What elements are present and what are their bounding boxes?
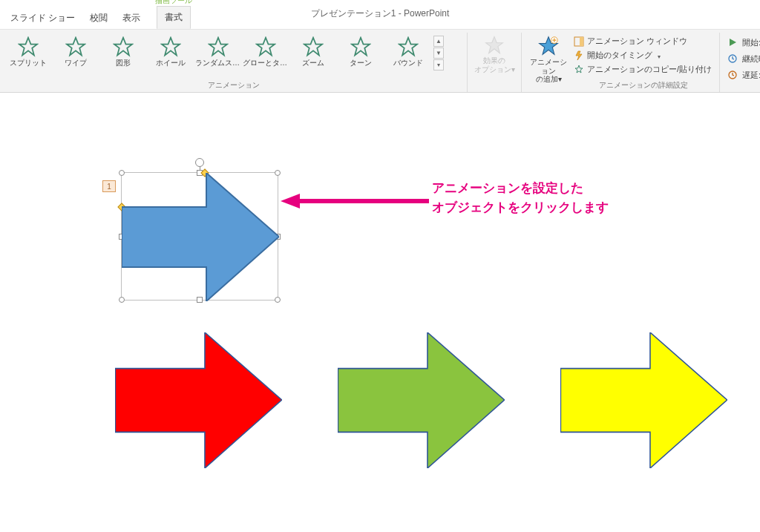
star-icon xyxy=(208,36,229,57)
svg-marker-1 xyxy=(67,38,85,56)
shape-yellow-arrow[interactable] xyxy=(560,332,727,468)
svg-marker-24 xyxy=(560,332,727,468)
add-animation-label2: の追加 xyxy=(536,75,558,83)
star-icon xyxy=(18,36,39,57)
annotation-text-l1: アニメーションを設定した xyxy=(432,181,583,195)
star-icon xyxy=(255,36,276,57)
svg-marker-2 xyxy=(114,38,133,56)
star-icon xyxy=(303,36,324,57)
contextual-tab-group: 描画ツール 書式 xyxy=(148,0,200,29)
star-icon xyxy=(65,36,86,57)
paintbrush-star-icon xyxy=(574,65,584,75)
tab-review[interactable]: 校閲 xyxy=(82,7,115,29)
ribbon: スプリット ワイプ 図形 ホイール ランダムスト… グローとターン xyxy=(0,30,760,93)
trigger-label: 開始のタイミング xyxy=(587,50,652,61)
anim-effect-wheel[interactable]: ホイール xyxy=(147,34,194,69)
animation-painter-label: アニメーションのコピー/貼り付け xyxy=(587,64,712,75)
effect-options-label1: 効果の xyxy=(483,56,505,65)
svg-marker-4 xyxy=(209,38,228,56)
svg-marker-21 xyxy=(281,194,300,208)
svg-marker-8 xyxy=(399,38,418,56)
play-icon xyxy=(727,37,738,47)
add-animation-button[interactable]: アニメーションの追加▾ xyxy=(526,33,571,91)
annotation-text-l2: オブジェクトをクリックします xyxy=(432,200,609,214)
star-icon xyxy=(398,36,419,57)
ribbon-group-label: タイミング xyxy=(724,82,760,93)
svg-marker-5 xyxy=(257,38,275,56)
animation-pane-label: アニメーション ウィンドウ xyxy=(587,36,687,47)
anim-effect-turn[interactable]: ターン xyxy=(337,34,384,69)
anim-effect-wipe[interactable]: ワイプ xyxy=(52,34,99,69)
timing-start-label: 開始: xyxy=(742,37,760,48)
svg-marker-14 xyxy=(576,51,582,60)
anim-effect-label: ホイール xyxy=(156,59,186,67)
star-icon xyxy=(160,36,181,57)
svg-marker-23 xyxy=(338,332,504,468)
annotation-text: アニメーションを設定した オブジェクトをクリックします xyxy=(432,179,609,218)
window-title: プレゼンテーション1 - PowerPoint xyxy=(311,7,450,20)
svg-marker-16 xyxy=(730,39,736,46)
anim-effect-zoom[interactable]: ズーム xyxy=(289,34,337,69)
clock-icon xyxy=(727,53,738,64)
anim-effect-label: ズーム xyxy=(302,59,324,67)
effect-options-label2: オプション xyxy=(474,65,511,73)
anim-effect-label: ワイプ xyxy=(65,59,87,67)
timing-delay-label: 遅延: xyxy=(742,70,760,81)
anim-effect-label: グローとターン xyxy=(243,59,289,67)
shape-selection[interactable] xyxy=(121,172,278,301)
svg-marker-0 xyxy=(19,38,38,56)
contextual-tab-group-label: 描画ツール xyxy=(148,0,200,6)
shape-blue-arrow[interactable] xyxy=(122,173,279,301)
animation-order-tag[interactable]: 1 xyxy=(102,180,116,192)
anim-effect-randomstripes[interactable]: ランダムスト… xyxy=(194,34,242,69)
anim-effect-label: スプリット xyxy=(10,59,47,67)
ribbon-group-effect-options: 効果のオプション▾ xyxy=(468,33,522,92)
ribbon-group-label: アニメーションの詳細設定 xyxy=(572,79,715,91)
animation-pane-button[interactable]: アニメーション ウィンドウ xyxy=(574,36,712,47)
gallery-scroll-down-button[interactable]: ▼ xyxy=(433,47,444,59)
shape-green-arrow[interactable] xyxy=(338,332,505,468)
ribbon-group-timing: 開始: クリック時▾ 継続時間: 遅延: タイミング xyxy=(720,33,760,92)
ribbon-group-animation-gallery: スプリット ワイプ 図形 ホイール ランダムスト… グローとターン xyxy=(0,33,468,92)
svg-marker-7 xyxy=(352,38,370,56)
tab-slideshow[interactable]: スライド ショー xyxy=(3,7,82,29)
star-icon xyxy=(485,36,504,55)
star-plus-icon xyxy=(538,36,559,56)
effect-options-button: 効果のオプション▾ xyxy=(472,33,517,75)
anim-effect-growturn[interactable]: グローとターン xyxy=(242,34,289,69)
gallery-scroll-up-button[interactable]: ▲ xyxy=(433,36,444,47)
svg-marker-19 xyxy=(122,173,279,301)
delay-clock-icon xyxy=(727,70,738,80)
animation-gallery[interactable]: スプリット ワイプ 図形 ホイール ランダムスト… グローとターン xyxy=(4,33,462,79)
rotate-handle[interactable] xyxy=(195,158,204,167)
trigger-button[interactable]: 開始のタイミング xyxy=(574,50,712,61)
slide-canvas[interactable]: 1 アニメーションを設定した オブジェクトをクリックします xyxy=(0,93,760,532)
timing-duration-label: 継続時間: xyxy=(742,53,760,65)
anim-effect-label: バウンド xyxy=(393,59,423,67)
pane-icon xyxy=(574,36,584,47)
add-animation-label1: アニメーション xyxy=(530,58,567,75)
ribbon-group-label xyxy=(472,89,517,91)
anim-effect-label: ターン xyxy=(350,59,372,67)
anim-effect-bounce[interactable]: バウンド xyxy=(384,34,432,69)
svg-marker-22 xyxy=(115,332,281,468)
ribbon-group-advanced-animation: アニメーションの追加▾ アニメーション ウィンドウ 開始のタイミング アニメーシ… xyxy=(522,33,720,92)
anim-effect-label: 図形 xyxy=(116,59,131,67)
svg-marker-15 xyxy=(575,65,583,73)
anim-effect-label: ランダムスト… xyxy=(195,59,241,67)
lightning-icon xyxy=(574,50,584,61)
svg-marker-9 xyxy=(486,37,503,53)
star-icon xyxy=(350,36,371,57)
tab-view[interactable]: 表示 xyxy=(115,7,148,29)
shape-red-arrow[interactable] xyxy=(115,332,282,468)
menu-bar: スライド ショー 校閲 表示 描画ツール 書式 プレゼンテーション1 - Pow… xyxy=(0,0,760,30)
ribbon-group-label: アニメーション xyxy=(4,79,462,91)
anim-effect-split[interactable]: スプリット xyxy=(4,34,52,69)
anim-effect-shape[interactable]: 図形 xyxy=(99,34,147,69)
gallery-expand-button[interactable]: ▾ xyxy=(433,59,444,70)
annotation-arrow xyxy=(281,192,429,210)
star-icon xyxy=(113,36,134,57)
svg-marker-6 xyxy=(304,38,323,56)
animation-painter-button[interactable]: アニメーションのコピー/貼り付け xyxy=(574,64,712,75)
tab-format[interactable]: 書式 xyxy=(157,6,191,29)
